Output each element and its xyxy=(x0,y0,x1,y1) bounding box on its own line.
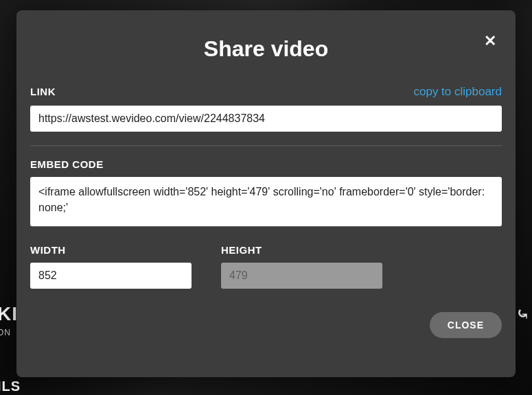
width-label: WIDTH xyxy=(30,244,221,256)
modal-title: Share video xyxy=(30,36,502,62)
backdrop-fragment: ⤿ xyxy=(516,305,529,323)
copy-to-clipboard-button[interactable]: copy to clipboard xyxy=(413,85,502,99)
backdrop-fragment: ON xyxy=(0,328,11,337)
width-input[interactable] xyxy=(30,263,192,289)
backdrop-fragment: KI xyxy=(0,303,18,325)
height-input xyxy=(221,263,382,289)
share-video-modal: ✕ Share video LINK copy to clipboard EMB… xyxy=(16,10,516,377)
close-icon[interactable]: ✕ xyxy=(481,31,499,51)
close-button[interactable]: CLOSE xyxy=(430,312,502,338)
share-link-input[interactable] xyxy=(30,106,502,132)
link-label: LINK xyxy=(30,86,56,97)
divider xyxy=(30,145,502,146)
embed-code-textarea[interactable]: <iframe allowfullscreen width='852' heig… xyxy=(30,177,502,226)
backdrop-fragment: ILS xyxy=(0,379,21,394)
height-label: HEIGHT xyxy=(221,244,412,256)
embed-code-label: EMBED CODE xyxy=(30,158,104,170)
